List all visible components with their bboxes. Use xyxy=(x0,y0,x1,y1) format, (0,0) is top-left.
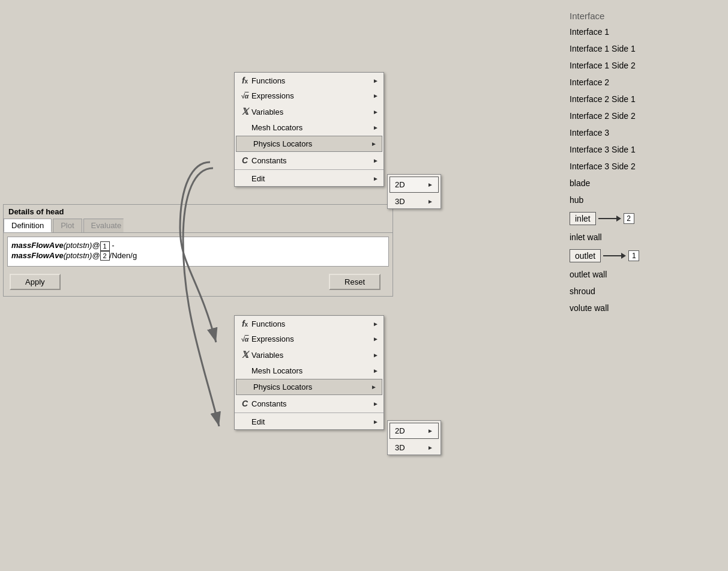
list-item-volute-wall[interactable]: volute wall xyxy=(560,300,728,316)
interface2side1-label: Interface 2 Side 1 xyxy=(570,94,636,104)
arrow-icon-7: ► xyxy=(373,175,379,182)
list-item-interface2side1[interactable]: Interface 2 Side 1 xyxy=(560,91,728,107)
expr-icon-1: √α xyxy=(238,92,251,100)
interface3side2-label: Interface 3 Side 2 xyxy=(570,162,636,171)
menu1-functions-label: Functions xyxy=(251,76,373,85)
list-item-shroud[interactable]: shroud xyxy=(560,283,728,300)
list-item-outlet[interactable]: outlet 1 xyxy=(560,246,728,266)
var-icon-1: 𝕏 xyxy=(238,106,251,117)
inlet-wall-label: inlet wall xyxy=(570,232,602,242)
menu2-physics-locators[interactable]: Physics Locators ► xyxy=(236,379,382,395)
list-item-inlet[interactable]: inlet 2 xyxy=(560,208,728,229)
menu1-separator xyxy=(235,169,384,170)
submenu1-2d-arrow: ► xyxy=(427,181,433,188)
context-menu-1: fx Functions ► √α Expressions ► 𝕏 Variab… xyxy=(234,72,384,187)
hub-label: hub xyxy=(570,195,583,205)
outlet-arrow-head xyxy=(621,253,626,259)
menu2-separator xyxy=(235,412,384,413)
menu2-constants[interactable]: C Constants ► xyxy=(235,396,384,411)
list-item-interface1side2[interactable]: Interface 1 Side 2 xyxy=(560,57,728,74)
list-item-interface2side2[interactable]: Interface 2 Side 2 xyxy=(560,107,728,124)
formula-arg2: (ptotstn) xyxy=(64,251,92,260)
menu2-edit-label: Edit xyxy=(251,417,373,426)
menu1-edit-label: Edit xyxy=(251,174,373,183)
interface2side2-label: Interface 2 Side 2 xyxy=(570,111,636,121)
expr-icon-2: √α xyxy=(238,336,251,343)
formula-arg1: (ptotstn) xyxy=(64,241,92,250)
list-item-interface2[interactable]: Interface 2 xyxy=(560,74,728,91)
submenu2-3d-label: 3D xyxy=(395,443,427,452)
menu2-mesh-locators[interactable]: Mesh Locators ► xyxy=(235,363,384,378)
list-item-interface1[interactable]: Interface 1 xyxy=(560,23,728,40)
menu2-expressions-label: Expressions xyxy=(251,334,373,343)
arrow-icon-12: ► xyxy=(371,384,377,390)
submenu2-2d-arrow: ► xyxy=(427,427,433,434)
menu1-edit[interactable]: Edit ► xyxy=(235,171,384,186)
formula-func2: massFlowAve xyxy=(11,251,64,260)
outlet-box: outlet xyxy=(570,249,601,262)
arrow-icon-6: ► xyxy=(373,157,379,164)
arrow-icon-1: ► xyxy=(373,77,379,84)
submenu1-3d[interactable]: 3D ► xyxy=(388,195,441,208)
apply-button[interactable]: Apply xyxy=(10,274,61,290)
menu2-edit[interactable]: Edit ► xyxy=(235,414,384,429)
interface1-label: Interface 1 xyxy=(570,27,609,37)
menu1-expressions[interactable]: √α Expressions ► xyxy=(235,88,384,103)
tab-evaluate[interactable]: Evaluate xyxy=(83,219,125,232)
menu1-variables-label: Variables xyxy=(251,107,373,116)
list-item-interface1side1[interactable]: Interface 1 Side 1 xyxy=(560,40,728,57)
formula-suffix: /Nden/g xyxy=(110,251,137,260)
reset-button[interactable]: Reset xyxy=(329,274,381,290)
list-item-outlet-wall[interactable]: outlet wall xyxy=(560,266,728,283)
right-panel: Interface Interface 1 Interface 1 Side 1… xyxy=(560,0,728,571)
arrow-icon-11: ► xyxy=(373,367,379,374)
menu1-physics-label: Physics Locators xyxy=(253,139,371,148)
list-item-interface3side2[interactable]: Interface 3 Side 2 xyxy=(560,158,728,175)
details-title-text: Details of xyxy=(8,207,46,216)
arrow-icon-4: ► xyxy=(373,124,379,131)
menu2-functions-label: Functions xyxy=(251,319,373,328)
menu1-mesh-label: Mesh Locators xyxy=(251,123,373,132)
details-title-bold: head xyxy=(46,207,64,216)
context-menu-2: fx Functions ► √α Expressions ► 𝕏 Variab… xyxy=(234,315,384,430)
submenu1-2d-label: 2D xyxy=(395,180,427,189)
arrow-icon-9: ► xyxy=(373,336,379,342)
formula-box2: 2 xyxy=(100,251,110,261)
menu2-expressions[interactable]: √α Expressions ► xyxy=(235,331,384,346)
arrow-icon-14: ► xyxy=(373,418,379,425)
list-item-interface3side1[interactable]: Interface 3 Side 1 xyxy=(560,141,728,158)
menu1-constants[interactable]: C Constants ► xyxy=(235,153,384,168)
tab-definition[interactable]: Definition xyxy=(4,219,52,232)
volute-wall-label: volute wall xyxy=(570,303,609,313)
menu2-functions[interactable]: fx Functions ► xyxy=(235,316,384,331)
menu1-variables[interactable]: 𝕏 Variables ► xyxy=(235,103,384,120)
arrow-icon-13: ► xyxy=(373,400,379,407)
menu2-variables[interactable]: 𝕏 Variables ► xyxy=(235,346,384,363)
arrow-icon-5: ► xyxy=(371,140,377,147)
list-item-blade[interactable]: blade xyxy=(560,175,728,192)
list-item-inlet-wall[interactable]: inlet wall xyxy=(560,229,728,246)
submenu1-3d-label: 3D xyxy=(395,197,427,206)
arrow-icon-2: ► xyxy=(373,92,379,99)
interface-header: Interface xyxy=(560,6,728,23)
menu1-physics-locators[interactable]: Physics Locators ► xyxy=(236,136,382,152)
formula-dash: - xyxy=(110,241,115,250)
menu1-constants-label: Constants xyxy=(251,156,373,165)
interface3-label: Interface 3 xyxy=(570,128,609,137)
menu1-mesh-locators[interactable]: Mesh Locators ► xyxy=(235,120,384,135)
submenu-2: 2D ► 3D ► xyxy=(387,420,441,455)
menu1-functions[interactable]: fx Functions ► xyxy=(235,73,384,88)
list-item-hub[interactable]: hub xyxy=(560,192,728,208)
arrow-icon-8: ► xyxy=(373,321,379,327)
outlet-number-box: 1 xyxy=(628,250,639,261)
var-icon-2: 𝕏 xyxy=(238,349,251,360)
interface2-label: Interface 2 xyxy=(570,77,609,87)
submenu2-2d[interactable]: 2D ► xyxy=(390,423,439,439)
fx-icon-1: fx xyxy=(238,76,251,85)
list-item-interface3[interactable]: Interface 3 xyxy=(560,124,728,141)
tab-plot[interactable]: Plot xyxy=(53,219,82,232)
submenu2-3d[interactable]: 3D ► xyxy=(388,441,441,455)
submenu1-2d[interactable]: 2D ► xyxy=(390,177,439,193)
inlet-number-box: 2 xyxy=(624,213,634,224)
menu1-expressions-label: Expressions xyxy=(251,91,373,100)
